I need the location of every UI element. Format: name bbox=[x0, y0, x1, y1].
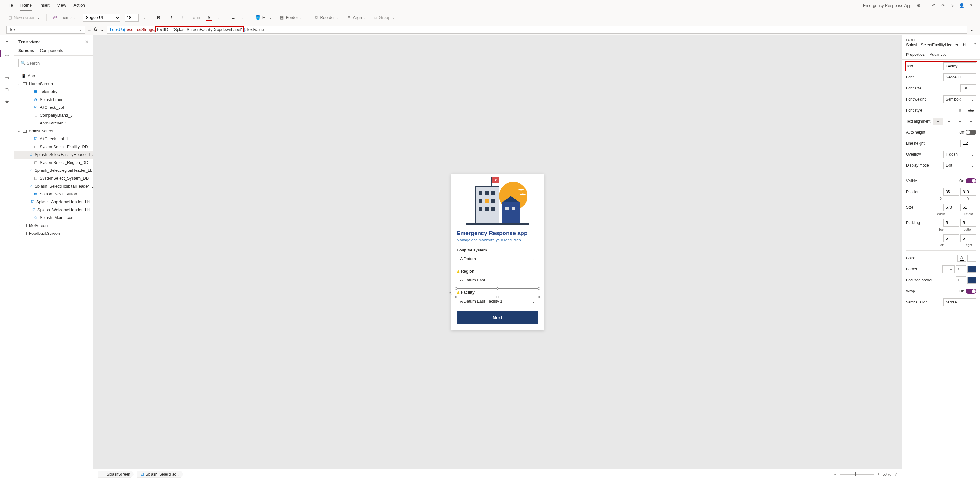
property-select[interactable]: Text ⌄ bbox=[6, 26, 85, 34]
fill-button[interactable]: 🪣 Fill ⌄ bbox=[253, 14, 274, 21]
align-text-button[interactable]: ≡ bbox=[229, 14, 237, 22]
italic-toggle[interactable]: I bbox=[944, 107, 954, 114]
breadcrumb-control[interactable]: ☑ Splash_SelectFac… bbox=[137, 471, 184, 478]
tree-item[interactable]: ⊞AppSwitcher_1 bbox=[14, 119, 93, 127]
prop-fontweight-select[interactable]: Semibold⌄ bbox=[943, 96, 976, 103]
prop-valign-select[interactable]: Middle⌄ bbox=[943, 299, 976, 306]
visible-toggle[interactable] bbox=[966, 178, 976, 184]
tree-item[interactable]: ☑Splash_AppNameHeader_Lbl bbox=[14, 198, 93, 206]
zoom-slider[interactable] bbox=[840, 474, 874, 474]
tree-item[interactable]: ☑Splash_SelectregionHeader_Lbl bbox=[14, 166, 93, 174]
italic-button[interactable]: I bbox=[167, 14, 175, 22]
tree-item[interactable]: ◔SplashTimer bbox=[14, 96, 93, 103]
menu-file[interactable]: File bbox=[6, 0, 13, 11]
prop-pos-x[interactable] bbox=[943, 188, 959, 196]
environment-icon[interactable]: ⚙ bbox=[916, 3, 921, 8]
share-icon[interactable]: 👤 bbox=[959, 3, 964, 8]
fit-icon[interactable]: ⤢ bbox=[894, 472, 897, 476]
tree-item[interactable]: ☑Splash_SelectFacilityHeader_Lbl⋯ bbox=[14, 151, 93, 158]
prop-fontsize-input[interactable] bbox=[961, 85, 976, 92]
tree-item[interactable]: ▢SystemSelect_Facility_DD bbox=[14, 143, 93, 151]
help-icon[interactable]: ? bbox=[969, 3, 974, 8]
tree-item[interactable]: ▭Splash_Next_Button bbox=[14, 190, 93, 198]
bold-button[interactable]: B bbox=[154, 14, 163, 22]
font-color-button[interactable]: A bbox=[205, 14, 213, 22]
breadcrumb-screen[interactable]: SplashScreen bbox=[98, 471, 134, 478]
play-icon[interactable]: ▷ bbox=[950, 3, 955, 8]
prop-size-h[interactable] bbox=[961, 204, 976, 211]
menu-insert[interactable]: Insert bbox=[39, 0, 50, 11]
prop-pad-t[interactable] bbox=[943, 219, 959, 227]
tree-item[interactable]: ▢SystemSelect_Region_DD bbox=[14, 158, 93, 166]
tab-components[interactable]: Components bbox=[40, 46, 63, 56]
data-icon[interactable]: 🗃 bbox=[4, 75, 10, 81]
menu-view[interactable]: View bbox=[57, 0, 66, 11]
tree-item[interactable]: ›MeScreen bbox=[14, 222, 93, 230]
group-button[interactable]: ⧈ Group ⌄ bbox=[372, 14, 396, 21]
align-right[interactable]: ≡ bbox=[955, 118, 965, 125]
align-left[interactable]: ≡ bbox=[933, 118, 943, 125]
hospital-select[interactable]: A Datum ⌄ bbox=[457, 254, 538, 264]
zoom-in-icon[interactable]: + bbox=[877, 472, 880, 476]
strike-toggle[interactable]: abc bbox=[966, 107, 976, 114]
chevron-icon[interactable]: › bbox=[17, 224, 21, 227]
autoheight-toggle[interactable] bbox=[966, 130, 976, 135]
chevron-icon[interactable]: › bbox=[17, 232, 21, 235]
close-icon[interactable]: ✕ bbox=[85, 39, 89, 45]
menu-home[interactable]: Home bbox=[21, 0, 32, 11]
media-icon[interactable]: 🖵 bbox=[4, 87, 10, 93]
focusedborder-input[interactable] bbox=[956, 276, 966, 284]
zoom-out-icon[interactable]: − bbox=[834, 472, 837, 476]
prop-displaymode-select[interactable]: Edit⌄ bbox=[943, 162, 976, 169]
advanced-icon[interactable]: ⚒ bbox=[4, 99, 10, 105]
border-button[interactable]: ▦ Border ⌄ bbox=[278, 14, 304, 21]
focusedborder-color-swatch[interactable] bbox=[967, 277, 976, 284]
underline-button[interactable]: U bbox=[180, 14, 188, 22]
prop-pad-b[interactable] bbox=[961, 219, 976, 227]
tree-item[interactable]: ◇Splash_Main_Icon bbox=[14, 214, 93, 222]
border-color-swatch[interactable] bbox=[967, 266, 976, 273]
insert-icon[interactable]: + bbox=[4, 63, 10, 69]
undo-icon[interactable]: ↶ bbox=[931, 3, 936, 8]
formula-expand-icon[interactable]: ⌄ bbox=[970, 27, 974, 32]
tree-item[interactable]: ▢SystemSelect_System_DD bbox=[14, 174, 93, 182]
border-style-select[interactable]: —⌄ bbox=[942, 265, 955, 273]
strike-button[interactable]: abc bbox=[192, 14, 200, 22]
align-center[interactable]: ≡ bbox=[944, 118, 954, 125]
tree-item[interactable]: ⌄SplashScreen bbox=[14, 127, 93, 135]
hamburger-icon[interactable]: ≡ bbox=[4, 39, 10, 45]
font-select[interactable]: Segoe UI bbox=[83, 14, 120, 22]
tab-advanced[interactable]: Advanced bbox=[930, 50, 946, 59]
menu-action[interactable]: Action bbox=[74, 0, 85, 11]
prop-text-input[interactable] bbox=[943, 62, 976, 70]
chevron-icon[interactable]: ⌄ bbox=[17, 82, 21, 85]
tab-properties[interactable]: Properties bbox=[906, 50, 924, 59]
tree-item[interactable]: ›FeedbackScreen bbox=[14, 230, 93, 237]
tree-item[interactable]: ☑Splash_WelcomeHeader_Lbl bbox=[14, 206, 93, 214]
font-size-input[interactable] bbox=[125, 14, 138, 22]
theme-button[interactable]: Aᵃ Theme ⌄ bbox=[51, 14, 78, 21]
prop-font-select[interactable]: Segoe UI⌄ bbox=[943, 73, 976, 81]
prop-lineheight-input[interactable] bbox=[961, 140, 976, 147]
align-justify[interactable]: ≡ bbox=[966, 118, 976, 125]
prop-pad-r[interactable] bbox=[961, 235, 976, 242]
region-select[interactable]: A Datum East ⌄ bbox=[457, 275, 538, 285]
prop-overflow-select[interactable]: Hidden⌄ bbox=[943, 151, 976, 158]
tree-item[interactable]: ⌄HomeScreen bbox=[14, 80, 93, 88]
tree-item[interactable]: ⊞CompanyBrand_3 bbox=[14, 111, 93, 119]
prop-pad-l[interactable] bbox=[943, 235, 959, 242]
tree-app[interactable]: 📱 App bbox=[14, 72, 93, 80]
border-width-input[interactable] bbox=[956, 265, 966, 273]
new-screen-button[interactable]: ▢ New screen ⌄ bbox=[6, 14, 42, 21]
bg-color-swatch[interactable] bbox=[967, 255, 976, 262]
prop-pos-y[interactable] bbox=[961, 188, 976, 196]
tree-item[interactable]: ▦Telemetry bbox=[14, 88, 93, 96]
wrap-toggle[interactable] bbox=[966, 289, 976, 294]
tree-item[interactable]: ☑Splash_SelectHospitalHeader_Lbl bbox=[14, 182, 93, 190]
prop-size-w[interactable] bbox=[943, 204, 959, 211]
align-button[interactable]: ⊞ Align ⌄ bbox=[345, 14, 368, 21]
redo-icon[interactable]: ↷ bbox=[940, 3, 945, 8]
reorder-button[interactable]: ⧉ Reorder ⌄ bbox=[313, 14, 341, 21]
tab-screens[interactable]: Screens bbox=[18, 46, 34, 56]
tree-item[interactable]: ☑AltCheck_Lbl bbox=[14, 103, 93, 111]
